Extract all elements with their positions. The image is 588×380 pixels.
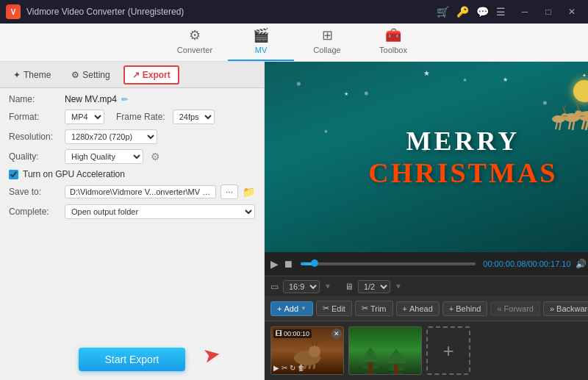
quality-select[interactable]: High QualityMedium Quality bbox=[65, 149, 143, 164]
key-icon[interactable]: 🔑 bbox=[456, 6, 469, 18]
toolbar-row: ✦ Theme ⚙ Setting ↗ Export bbox=[0, 62, 264, 88]
left-panel: ✦ Theme ⚙ Setting ↗ Export Name: New MV.… bbox=[0, 62, 265, 380]
tab-converter[interactable]: ⚙ Converter bbox=[162, 24, 228, 61]
ahead-button[interactable]: + Ahead bbox=[396, 301, 440, 316]
collage-icon: ⊞ bbox=[322, 27, 333, 43]
volume-icon[interactable]: 🔊 bbox=[576, 259, 587, 269]
snowflake4: ❄ bbox=[542, 100, 548, 107]
backward-button[interactable]: » Backward bbox=[543, 301, 588, 316]
merry-text: MERRY bbox=[368, 126, 557, 157]
complete-select[interactable]: Open output folderDo nothing bbox=[65, 204, 255, 219]
start-export-button[interactable]: Start Export bbox=[79, 348, 186, 371]
svg-line-23 bbox=[564, 109, 565, 113]
progress-bar[interactable] bbox=[301, 262, 476, 265]
svg-line-25 bbox=[564, 105, 566, 109]
svg-marker-41 bbox=[360, 347, 381, 362]
edit-button[interactable]: ✂ Edit bbox=[316, 301, 352, 316]
theme-button[interactable]: ✦ Theme bbox=[6, 67, 58, 83]
svg-rect-46 bbox=[394, 365, 398, 374]
progress-thumb bbox=[311, 259, 318, 267]
time-display: 00:00:00.08/00:00:17.10 bbox=[483, 259, 570, 268]
chat-icon[interactable]: 💬 bbox=[476, 6, 489, 18]
quality-gear-icon[interactable]: ⚙ bbox=[151, 151, 160, 162]
folder-icon[interactable]: 📁 bbox=[243, 186, 255, 198]
tab-collage[interactable]: ⊞ Collage bbox=[294, 24, 360, 61]
clip-2[interactable] bbox=[348, 326, 422, 375]
cart-icon[interactable]: 🛒 bbox=[437, 6, 449, 18]
clip1-time: 🎞 00:00:10 bbox=[273, 329, 312, 338]
quality-row: Quality: High QualityMedium Quality ⚙ bbox=[9, 149, 255, 164]
svg-line-27 bbox=[559, 122, 561, 130]
count-select[interactable]: 1/21/1 bbox=[358, 280, 390, 293]
snowflake2: ❄ bbox=[364, 90, 369, 97]
forward-icon: « bbox=[497, 304, 501, 313]
backward-icon: » bbox=[550, 304, 554, 313]
svg-line-34 bbox=[316, 341, 318, 346]
add-arrow-icon: ▼ bbox=[301, 305, 306, 312]
forward-button[interactable]: « Forward bbox=[490, 301, 539, 316]
mv-icon: 🎬 bbox=[253, 27, 269, 43]
main-area: ✦ Theme ⚙ Setting ↗ Export Name: New MV.… bbox=[0, 62, 588, 380]
tab-mv[interactable]: 🎬 MV bbox=[228, 24, 294, 61]
clip1-play-icon[interactable]: ▶ bbox=[273, 364, 279, 372]
svg-line-16 bbox=[578, 106, 579, 111]
top-icons: 🛒 🔑 💬 ☰ bbox=[437, 6, 506, 18]
star3: ★ bbox=[344, 91, 348, 97]
add-clip-icon: + bbox=[442, 340, 453, 362]
aspect-arrow: ▼ bbox=[324, 282, 331, 290]
play-button[interactable]: ▶ bbox=[270, 258, 279, 270]
framerate-select[interactable]: 24fps30fps60fps bbox=[173, 110, 215, 124]
menu-icon[interactable]: ☰ bbox=[496, 6, 506, 18]
add-clip-button[interactable]: + bbox=[426, 326, 470, 375]
star1: ★ bbox=[423, 69, 430, 77]
export-button[interactable]: ↗ Export bbox=[123, 65, 179, 85]
trim-button[interactable]: ✂ Trim bbox=[355, 301, 393, 316]
tab-toolbox[interactable]: 🧰 Toolbox bbox=[360, 24, 426, 61]
add-button[interactable]: + Add ▼ bbox=[270, 301, 313, 316]
clip1-rotate-icon[interactable]: ↻ bbox=[290, 364, 295, 372]
toolbox-icon: 🧰 bbox=[385, 27, 401, 43]
bottom-toolbar: + Add ▼ ✂ Edit ✂ Trim + Ahead + Behind « bbox=[265, 296, 588, 321]
format-select[interactable]: MP4MKVAVI bbox=[65, 110, 104, 124]
clip1-edit-icon[interactable]: ✂ bbox=[282, 364, 287, 372]
svg-line-12 bbox=[586, 121, 588, 130]
close-button[interactable]: ✕ bbox=[562, 4, 582, 20]
minimize-button[interactable]: ─ bbox=[514, 4, 535, 20]
browse-button[interactable]: ··· bbox=[220, 184, 238, 199]
clip1-controls: ▶ ✂ ↻ 🗑 bbox=[273, 364, 305, 372]
aspect-ratio-select[interactable]: 16:94:31:1 bbox=[283, 280, 320, 293]
trim-icon: ✂ bbox=[362, 304, 368, 313]
format-row: Format: MP4MKVAVI Frame Rate: 24fps30fps… bbox=[9, 110, 255, 124]
snowflake3: ❄ bbox=[463, 77, 467, 82]
stop-button[interactable]: ⏹ bbox=[283, 258, 293, 270]
resolution-select[interactable]: 1280x720 (720p)1920x1080 (1080p) bbox=[65, 129, 157, 144]
edit-name-icon[interactable]: ✏ bbox=[121, 95, 128, 104]
edit-icon: ✂ bbox=[323, 304, 329, 313]
snowflake1: ❄ bbox=[296, 81, 301, 87]
clip1-close-button[interactable]: ✕ bbox=[331, 329, 342, 339]
app-title: Vidmore Video Converter (Unregistered) bbox=[26, 7, 437, 17]
clip-1[interactable]: 🎞 00:00:10 ✕ ▶ ✂ ↻ 🗑 bbox=[270, 326, 344, 375]
maximize-button[interactable]: □ bbox=[538, 4, 559, 20]
clips-strip: 🎞 00:00:10 ✕ ▶ ✂ ↻ 🗑 bbox=[265, 321, 588, 380]
svg-line-37 bbox=[309, 364, 310, 369]
app-icon: V bbox=[6, 4, 21, 19]
svg-line-19 bbox=[569, 121, 570, 129]
aspect-icon: ▭ bbox=[270, 282, 279, 292]
svg-marker-45 bbox=[386, 348, 406, 363]
behind-button[interactable]: + Behind bbox=[442, 301, 488, 316]
gpu-checkbox[interactable] bbox=[9, 170, 18, 179]
name-row: Name: New MV.mp4 ✏ bbox=[9, 94, 255, 104]
save-to-row: Save to: D:\Vidmore\Vidmore V...onverter… bbox=[9, 184, 255, 199]
complete-row: Complete: Open output folderDo nothing bbox=[9, 204, 255, 219]
titlebar: V Vidmore Video Converter (Unregistered)… bbox=[0, 0, 588, 24]
svg-line-33 bbox=[312, 341, 313, 346]
clip1-delete-icon[interactable]: 🗑 bbox=[298, 364, 305, 372]
display-icon: 🖥 bbox=[345, 282, 354, 292]
setting-button[interactable]: ⚙ Setting bbox=[64, 67, 117, 83]
star2: ★ bbox=[503, 76, 508, 83]
setting-icon: ⚙ bbox=[71, 70, 79, 80]
svg-rect-42 bbox=[368, 363, 373, 374]
snowflake5: ❄ bbox=[324, 129, 328, 134]
theme-icon: ✦ bbox=[13, 70, 21, 80]
